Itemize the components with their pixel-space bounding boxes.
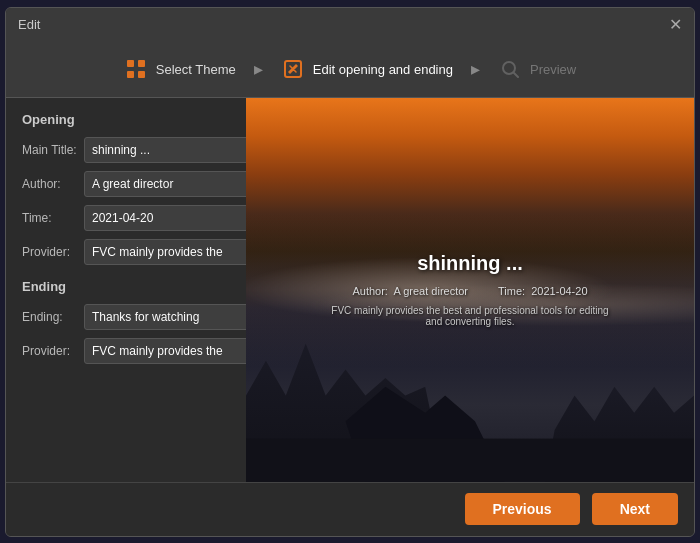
provider-opening-input[interactable]: [84, 239, 246, 265]
step3-label: Preview: [530, 62, 576, 77]
preview-image: shinning ... Author: A great director Ti…: [246, 98, 694, 482]
ending-label: Ending: [22, 279, 230, 294]
right-panel: shinning ... Author: A great director Ti…: [246, 98, 694, 482]
field-row-ending: Ending:: [22, 304, 230, 330]
main-title-label: Main Title:: [22, 143, 84, 157]
step2-label: Edit opening and ending: [313, 62, 453, 77]
separator2: ▸: [471, 58, 480, 80]
svg-rect-2: [127, 71, 134, 78]
opening-label: Opening: [22, 112, 230, 127]
time-label: Time:: [22, 211, 84, 225]
svg-rect-3: [138, 71, 145, 78]
field-row-provider-ending: Provider:: [22, 338, 230, 364]
svg-rect-10: [246, 438, 694, 481]
next-button[interactable]: Next: [592, 493, 678, 525]
main-title-input[interactable]: [84, 137, 246, 163]
toolbar-step3[interactable]: Preview: [488, 51, 586, 87]
title-bar: Edit ✕: [6, 8, 694, 42]
svg-rect-1: [138, 60, 145, 67]
toolbar-step2[interactable]: Edit opening and ending: [271, 51, 463, 87]
ending-input[interactable]: [84, 304, 246, 330]
separator1: ▸: [254, 58, 263, 80]
provider-ending-label: Provider:: [22, 344, 84, 358]
edit-window: Edit ✕ Select Theme ▸: [5, 7, 695, 537]
previous-button[interactable]: Previous: [465, 493, 580, 525]
mountain-silhouette: [246, 309, 694, 482]
time-input[interactable]: [84, 205, 246, 231]
author-input[interactable]: [84, 171, 246, 197]
toolbar: Select Theme ▸ Edit opening and ending ▸: [6, 42, 694, 98]
grid-icon: [124, 57, 148, 81]
field-row-main-title: Main Title:: [22, 137, 230, 163]
field-row-author: Author:: [22, 171, 230, 197]
edit-icon: [281, 57, 305, 81]
content-area: Opening Main Title: Author: Time: Provid…: [6, 98, 694, 482]
svg-rect-0: [127, 60, 134, 67]
preview-icon: [498, 57, 522, 81]
bottom-bar: Previous Next: [6, 482, 694, 536]
step1-label: Select Theme: [156, 62, 236, 77]
window-title: Edit: [18, 17, 40, 32]
left-panel: Opening Main Title: Author: Time: Provid…: [6, 98, 246, 482]
provider-ending-input[interactable]: [84, 338, 246, 364]
field-row-provider-opening: Provider:: [22, 239, 230, 265]
provider-opening-label: Provider:: [22, 245, 84, 259]
svg-line-6: [513, 73, 518, 78]
close-button[interactable]: ✕: [669, 17, 682, 33]
field-row-time: Time:: [22, 205, 230, 231]
ending-label-field: Ending:: [22, 310, 84, 324]
toolbar-step1[interactable]: Select Theme: [114, 51, 246, 87]
author-label: Author:: [22, 177, 84, 191]
